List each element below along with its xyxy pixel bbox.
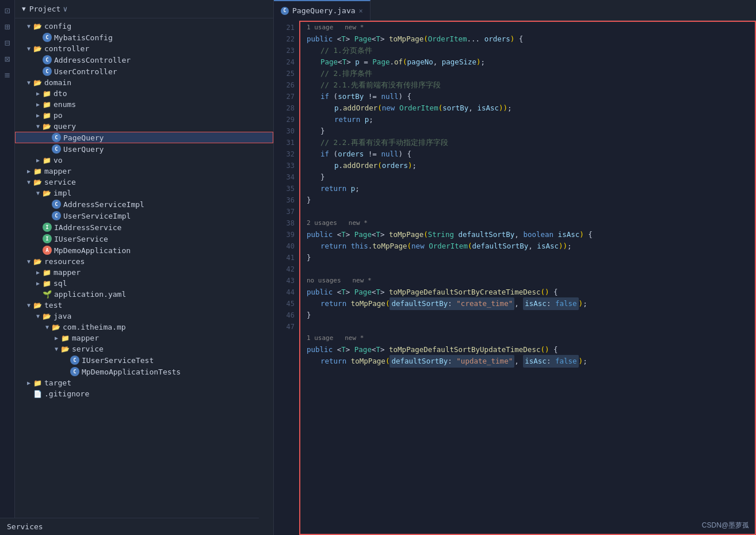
tree-item-sql[interactable]: ▶ 📁 sql (15, 278, 273, 289)
code-line-26: // 2.1.先看前端有没有传排序字段 (307, 79, 756, 91)
label-addr-impl: AddressServiceImpl (63, 200, 144, 209)
code-line-27: if (sortBy != null) { (307, 91, 756, 102)
tree-item-mp-tests[interactable]: C MpDemoApplicationTests (15, 366, 273, 377)
folder-icon-target: 📁 (33, 379, 42, 387)
line-numbers: 21 22 23 24 25 26 27 28 29 30 31 32 33 3… (274, 21, 300, 535)
ln-45: 45 (274, 298, 295, 309)
label-target: target (44, 379, 71, 387)
label-userquery: UserQuery (63, 145, 104, 154)
code-line-36: } (307, 194, 756, 206)
ln-44: 44 (274, 286, 295, 298)
tree-item-mp-app[interactable]: A MpDemoApplication (15, 244, 273, 256)
ln-37: 37 (274, 206, 295, 217)
tree-item-po[interactable]: ▶ 📁 po (15, 110, 273, 121)
code-line-22: public <T> Page<T> toMpPage(OrderItem...… (307, 33, 756, 45)
chevron-dto: ▶ (33, 90, 43, 97)
tree-item-vo[interactable]: ▶ 📁 vo (15, 155, 273, 166)
tree-item-target[interactable]: ▶ 📁 target (15, 377, 273, 388)
tree-item-dto[interactable]: ▶ 📁 dto (15, 88, 273, 99)
sidebar-header[interactable]: ▼ Project ∨ (15, 0, 273, 18)
tree-item-query[interactable]: ▼ 📂 query (15, 121, 273, 132)
icon-4[interactable]: ⊠ (2, 53, 13, 64)
ln-41: 41 (274, 252, 295, 263)
chevron-target: ▶ (24, 380, 33, 386)
folder-icon-vo: 📁 (43, 156, 51, 165)
project-dropdown[interactable]: ∨ (63, 5, 67, 13)
icon-2[interactable]: ⊞ (2, 21, 13, 32)
tab-close[interactable]: × (359, 7, 363, 15)
tree-item-addr-impl[interactable]: C AddressServiceImpl (15, 198, 273, 210)
label-mt: mapper (72, 334, 99, 342)
tree-item-mybatis[interactable]: C MybatisConfig (15, 32, 273, 43)
folder-icon-java: 📂 (43, 312, 51, 320)
class-icon-iuser-svc: I (43, 234, 52, 243)
label-iaddr-svc: IAddressService (54, 223, 121, 232)
code-line-32: if (orders != null) { (307, 148, 756, 160)
tree-item-service[interactable]: ▼ 📂 service (15, 177, 273, 188)
class-icon-mp-app: A (43, 246, 52, 255)
label-mp-app: MpDemoApplication (54, 246, 131, 255)
folder-icon-test: 📂 (33, 301, 42, 309)
class-icon-addr-impl: C (52, 200, 61, 209)
tree-item-mapper-test[interactable]: ▶ 📁 mapper (15, 333, 273, 343)
code-content[interactable]: 1 usage new * public <T> Page<T> toMpPag… (300, 21, 756, 535)
chevron-query: ▼ (33, 123, 43, 129)
code-line-34: } (307, 171, 756, 183)
tree-item-gitignore[interactable]: 📄 .gitignore (15, 388, 273, 399)
tree-item-iuser-test[interactable]: C IUserServiceTest (15, 354, 273, 366)
label-dto: dto (54, 89, 67, 98)
class-icon-user-ctrl: C (43, 67, 52, 76)
tree-item-domain[interactable]: ▼ 📂 domain (15, 77, 273, 88)
label-impl: impl (54, 189, 71, 197)
icon-5[interactable]: ≡ (2, 69, 13, 81)
tree-item-config[interactable]: ▼ 📂 config (15, 21, 273, 32)
file-icon-git: 📄 (33, 390, 42, 398)
code-line-44: } (307, 309, 756, 321)
tree-item-enums[interactable]: ▶ 📁 enums (15, 99, 273, 110)
tree-item-iaddr-svc[interactable]: I IAddressService (15, 221, 273, 233)
label-service: service (44, 178, 76, 186)
ln-28: 28 (274, 102, 295, 114)
code-line-40: } (307, 252, 756, 263)
folder-icon-mr: 📁 (43, 269, 51, 277)
tree-item-mapper-res[interactable]: ▶ 📁 mapper (15, 267, 273, 278)
tree-item-com-pkg[interactable]: ▼ 📂 com.itheima.mp (15, 322, 273, 333)
meta-21: 1 usage new * (307, 22, 364, 33)
code-line-23: // 1.分页条件 (307, 45, 756, 56)
tree-item-test[interactable]: ▼ 📂 test (15, 300, 273, 311)
tab-pagequery[interactable]: C PageQuery.java × (274, 0, 371, 21)
tree-item-controller[interactable]: ▼ 📂 controller (15, 43, 273, 54)
yaml-icon: 🌱 (43, 290, 52, 299)
code-line-43: return toMpPage( defaultSortBy: "create_… (307, 298, 756, 309)
folder-icon-enums: 📁 (43, 101, 51, 109)
label-addr-ctrl: AddressController (54, 56, 131, 64)
tree-item-userquery[interactable]: C UserQuery (15, 143, 273, 155)
code-line-47: return toMpPage( defaultSortBy: "update_… (307, 356, 756, 367)
folder-icon-ctrl: 📂 (33, 45, 42, 53)
services-bar[interactable]: Services (15, 518, 259, 535)
tree-item-addr-ctrl[interactable]: C AddressController (15, 54, 273, 66)
tree-item-pagequery[interactable]: C PageQuery (15, 132, 273, 143)
tree-item-java[interactable]: ▼ 📂 java (15, 311, 273, 322)
ln-27: 27 (274, 91, 295, 102)
tree-item-app-yaml[interactable]: 🌱 application.yaml (15, 289, 273, 300)
ln-43: 43 (274, 275, 295, 286)
label-mybatis: MybatisConfig (54, 33, 113, 42)
tree-item-user-impl[interactable]: C UserServiceImpl (15, 210, 273, 221)
icon-3[interactable]: ⊟ (2, 37, 13, 48)
chevron-sql: ▶ (33, 280, 43, 286)
tree-item-user-ctrl[interactable]: C UserController (15, 66, 273, 77)
chevron-ctrl: ▼ (24, 45, 33, 52)
tree-item-service-test[interactable]: ▼ 📂 service (15, 343, 273, 354)
folder-icon-config: 📂 (33, 22, 42, 30)
tree-item-impl[interactable]: ▼ 📂 impl (15, 188, 273, 198)
tree-item-iuser-svc[interactable]: I IUserService (15, 233, 273, 244)
class-icon-mybatis: C (43, 33, 52, 42)
ln-21: 21 (274, 22, 295, 33)
tree-item-mapper[interactable]: ▶ 📁 mapper (15, 166, 273, 177)
icon-1[interactable]: ⊡ (2, 5, 13, 16)
tree-item-resources[interactable]: ▼ 📂 resources (15, 256, 273, 267)
ln-31: 31 (274, 137, 295, 148)
label-user-ctrl: UserController (54, 67, 117, 76)
folder-icon-impl: 📂 (43, 189, 51, 197)
